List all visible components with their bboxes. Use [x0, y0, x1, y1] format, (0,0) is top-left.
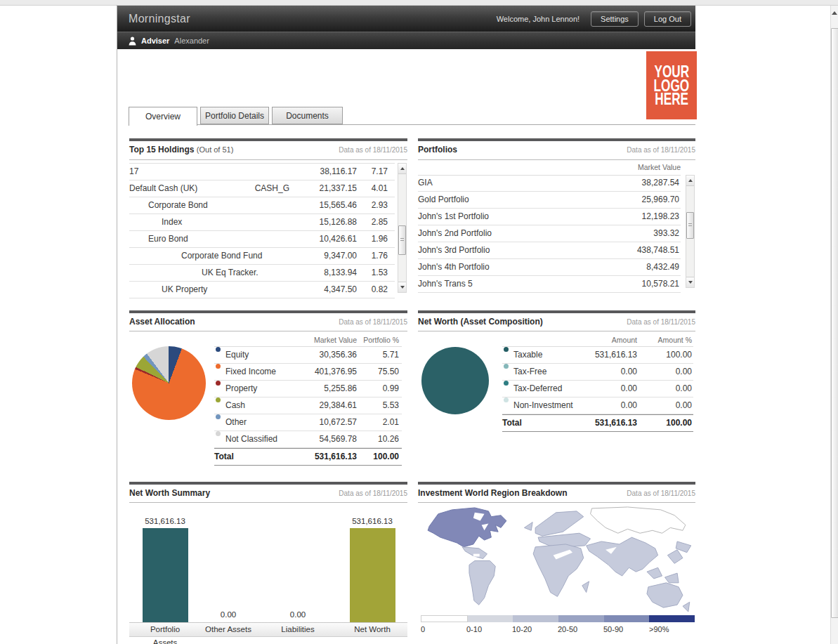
- scroll-down-button[interactable]: [686, 277, 694, 287]
- adviser-name: Alexander: [174, 37, 209, 45]
- scroll-up-button[interactable]: [686, 176, 694, 186]
- browser-scroll-thumb[interactable]: [831, 28, 838, 618]
- map-region-australia: [647, 583, 683, 607]
- holding-name: Default Cash (UK): [129, 180, 197, 197]
- portfolio-market-value: 12,198.23: [642, 209, 679, 225]
- triangle-up-icon: [400, 167, 405, 170]
- scroll-thumb[interactable]: [398, 225, 406, 255]
- map-region-north-america: [428, 508, 506, 547]
- bar: [350, 528, 395, 622]
- portfolio-row: John's 2nd Portfolio393.32: [418, 225, 681, 242]
- triangle-up-icon: [832, 11, 837, 15]
- legend-pct: 0.00: [676, 381, 692, 397]
- portfolio-name: John's 4th Portfolio: [418, 259, 490, 275]
- holding-name: UK Eq Tracker.: [129, 265, 258, 281]
- legend-segment: [558, 615, 604, 622]
- portfolios-panel-title: Portfolios: [418, 145, 457, 155]
- legend-value: 29,384.61: [320, 397, 357, 414]
- portfolios-table: GIA38,287.54Gold Portfolio25,969.70John'…: [418, 175, 681, 293]
- triangle-up-icon: [688, 179, 693, 182]
- net-worth-pie: [421, 347, 489, 414]
- legend-label: Non-Investment: [513, 397, 573, 414]
- portfolio-market-value: 393.32: [653, 225, 679, 242]
- adviser-bar: Adviser Alexander: [117, 32, 695, 49]
- holding-name: Euro Bond: [129, 231, 188, 247]
- net-worth-composition-table: Taxable531,616.13100.00Tax-Free0.000.00T…: [502, 347, 693, 432]
- bar-category-label: Liabilities: [256, 625, 340, 633]
- header-actions: Welcome, John Lennon! Settings Log Out: [497, 11, 691, 27]
- legend-row: Tax-Deferred0.000.00: [502, 381, 693, 397]
- legend-row: Property5,255.860.99: [214, 381, 402, 397]
- portfolio-market-value: 38,287.54: [642, 175, 679, 191]
- holdings-scrollbar[interactable]: [398, 163, 407, 293]
- settings-button[interactable]: Settings: [591, 11, 639, 27]
- holding-portfolio-pct: 1.53: [372, 265, 388, 281]
- panel-divider: [129, 331, 407, 331]
- column-header-amount: Amount: [612, 336, 637, 344]
- scroll-down-button[interactable]: [398, 282, 406, 292]
- holdings-row: Index15,126.882.85: [129, 214, 395, 231]
- panel-strip: [418, 310, 695, 313]
- asset-allocation-table-header: Market Value Portfolio %: [214, 334, 402, 347]
- legend-pct: 0.00: [676, 397, 692, 414]
- map-region-madagascar: [582, 581, 589, 593]
- legend-label: Taxable: [513, 347, 542, 363]
- legend-color-dot: [216, 347, 221, 352]
- scroll-up-button[interactable]: [398, 164, 406, 174]
- legend-color-dot: [504, 364, 509, 369]
- bar-value-label: 531,616.13: [337, 517, 407, 525]
- portfolios-scrollbar[interactable]: [686, 175, 695, 288]
- legend-value: 531,616.13: [595, 347, 637, 363]
- legend-segment-label: 0-10: [466, 625, 482, 633]
- legend-pct: 0.99: [383, 381, 399, 397]
- bar-category-label: Net Worth: [330, 625, 414, 633]
- logout-button[interactable]: Log Out: [644, 11, 691, 27]
- legend-pct: 0.00: [676, 364, 692, 380]
- portfolio-name: John's Trans 5: [418, 276, 473, 292]
- legend-label: Equity: [225, 347, 249, 363]
- holding-portfolio-pct: 2.93: [372, 197, 388, 213]
- scroll-thumb[interactable]: [686, 212, 694, 239]
- total-pct: 100.00: [373, 449, 399, 465]
- brand-logo-text: Morningstar: [129, 13, 190, 25]
- asset-allocation-table: Equity30,356.365.71Fixed Income401,376.9…: [214, 347, 402, 466]
- legend-color-dot: [216, 431, 221, 436]
- portfolio-name: Gold Portfolio: [418, 192, 469, 208]
- legend-row: Cash29,384.615.53: [214, 397, 402, 414]
- net-worth-table-header: Amount Amount %: [502, 334, 693, 347]
- holdings-row: UK Eq Tracker.8,133.941.53: [129, 265, 395, 282]
- legend-label: Not Classified: [225, 431, 277, 447]
- portfolio-market-value: 10,578.21: [642, 276, 679, 292]
- data-as-of: Data as of 18/11/2015: [295, 489, 407, 497]
- legend-label: Property: [225, 381, 257, 397]
- holding-portfolio-pct: 2.85: [372, 214, 388, 230]
- browser-scroll-up-button[interactable]: [831, 7, 838, 18]
- tab-portfolio-details[interactable]: Portfolio Details: [200, 107, 269, 124]
- legend-color-dot: [216, 364, 221, 369]
- bar-category-label-line2: Assets: [123, 638, 207, 644]
- holding-name: Index: [129, 214, 182, 230]
- holding-market-value: 15,126.88: [320, 214, 357, 230]
- browser-scrollbar[interactable]: [830, 6, 838, 644]
- legend-segment-label: 20-50: [558, 625, 577, 633]
- legend-value: 10,672.57: [320, 414, 357, 431]
- total-value: 531,616.13: [595, 415, 637, 431]
- holding-market-value: 21,337.15: [320, 180, 357, 197]
- holding-market-value: 15,565.46: [320, 197, 357, 213]
- holdings-row: UK Property4,347.500.82: [129, 282, 395, 298]
- legend-pct: 75.50: [378, 364, 399, 380]
- total-value: 531,616.13: [315, 449, 357, 465]
- bar: [143, 528, 188, 622]
- tab-documents[interactable]: Documents: [272, 107, 343, 124]
- portfolio-row: John's Trans 510,578.21: [418, 276, 681, 293]
- map-region-central-america: [462, 547, 487, 559]
- data-as-of: Data as of 18/11/2015: [583, 318, 695, 326]
- legend-value: 0.00: [621, 381, 637, 397]
- adviser-label: Adviser: [141, 37, 169, 45]
- legend-row: Other10,672.572.01: [214, 414, 402, 431]
- portfolio-row: John's 1st Portfolio12,198.23: [418, 209, 681, 225]
- portfolios-column-header: Market Value: [418, 163, 681, 176]
- legend-row: Taxable531,616.13100.00: [502, 347, 693, 364]
- tab-overview[interactable]: Overview: [129, 107, 197, 126]
- data-as-of: Data as of 18/11/2015: [295, 318, 407, 326]
